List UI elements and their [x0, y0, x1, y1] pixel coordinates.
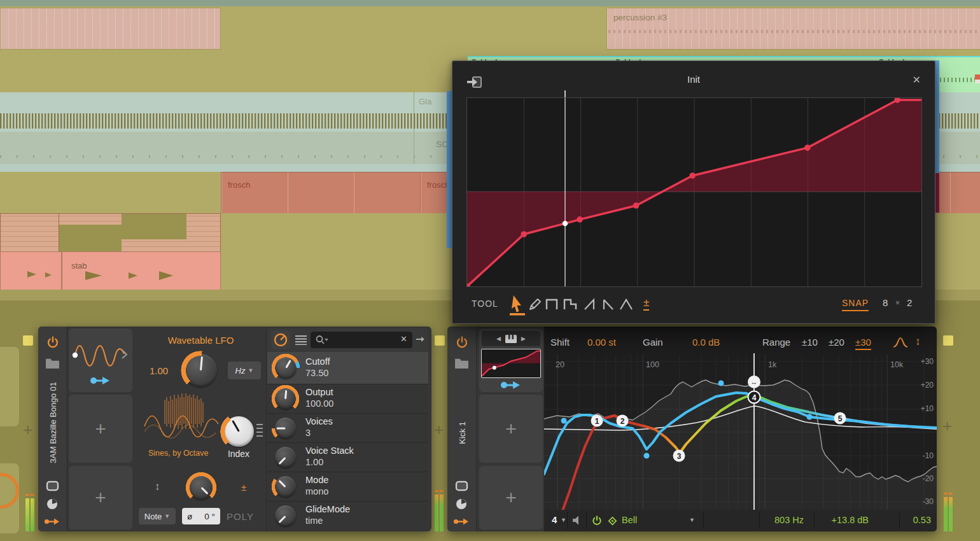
param-knob[interactable]	[275, 388, 296, 409]
band-gain[interactable]: +13.8 dB	[822, 515, 869, 525]
bell-curve-icon[interactable]	[893, 337, 908, 348]
device-title[interactable]: Wavetable LFO	[136, 335, 266, 346]
track-color-chip[interactable]	[943, 335, 953, 346]
param-value[interactable]: time	[305, 516, 323, 526]
curve-preview[interactable]	[481, 349, 541, 378]
add-in-slot[interactable]: +	[505, 418, 517, 440]
modulation-out-icon[interactable]	[44, 517, 60, 526]
shift-value[interactable]: 0.00 st	[587, 337, 616, 348]
wavetable-name[interactable]: Sines, by Octave	[148, 449, 209, 458]
param-knob[interactable]	[275, 447, 296, 468]
frosch-clip[interactable]: frosch	[221, 172, 421, 214]
snap-label[interactable]: SNAP	[842, 298, 869, 311]
band-handle-1[interactable]: 1	[591, 415, 603, 427]
clock-icon[interactable]	[46, 498, 58, 510]
poly-label[interactable]: POLY	[227, 511, 254, 522]
clock-icon[interactable]	[456, 498, 467, 510]
empty-device-slot[interactable]: +	[479, 466, 543, 530]
folder-icon[interactable]	[45, 357, 60, 369]
add-in-slot[interactable]: +	[95, 418, 106, 440]
band-handle-4-selected[interactable]: 4	[748, 391, 760, 404]
param-knob[interactable]	[275, 476, 296, 497]
snap-numerator[interactable]: 8	[883, 297, 888, 308]
pattern-clip[interactable]	[0, 213, 60, 253]
audio-clip[interactable]	[0, 8, 221, 50]
clear-search-icon[interactable]: ✕	[400, 334, 407, 344]
speaker-icon[interactable]	[572, 516, 582, 525]
range-option-10[interactable]: ±10	[802, 337, 818, 348]
range-option-30-selected[interactable]: ±30	[855, 337, 871, 350]
band-shape-icon[interactable]	[607, 516, 618, 526]
percussion-clip[interactable]: percussion #3	[606, 8, 980, 50]
add-device-button[interactable]: +	[23, 420, 32, 440]
band-power-icon[interactable]	[591, 515, 603, 526]
modulation-out-icon[interactable]	[453, 517, 470, 526]
layer-icon[interactable]	[46, 481, 59, 491]
rate-unit-selector[interactable]: Hz▼	[228, 362, 261, 379]
modulation-source-arrow-icon[interactable]	[90, 376, 111, 386]
updown-icon[interactable]: ↕	[155, 481, 160, 493]
stab-clip[interactable]: stab	[62, 251, 221, 291]
trigger-mode-selector[interactable]: Note▼	[139, 508, 176, 524]
param-value[interactable]: 73.50	[305, 368, 328, 378]
power-icon[interactable]	[46, 335, 60, 349]
param-row-cutoff[interactable]: Cutoff 73.50	[267, 352, 428, 384]
ramp-down-tool-icon[interactable]	[601, 298, 615, 311]
empty-device-slot[interactable]: +	[69, 466, 132, 530]
rate-value[interactable]: 1.00	[150, 365, 168, 376]
add-device-button[interactable]: +	[434, 420, 444, 440]
track-color-chip[interactable]	[23, 335, 33, 346]
curve-modulator-slot[interactable]: ◀ ▶	[479, 328, 543, 392]
band-handle-5[interactable]: 5	[834, 412, 846, 425]
note-clip[interactable]	[0, 251, 62, 291]
band-frequency[interactable]: 803 Hz	[766, 515, 804, 525]
index-knob[interactable]	[223, 416, 254, 447]
param-row-output[interactable]: Output 100.00	[267, 384, 428, 414]
snap-denominator[interactable]: 2	[907, 297, 912, 308]
phase-display[interactable]: ø 0 °	[182, 508, 220, 524]
power-icon[interactable]	[455, 335, 469, 349]
prev-icon[interactable]: ◀	[496, 335, 501, 342]
expand-arrow-icon[interactable]	[416, 336, 425, 342]
folder-icon[interactable]	[454, 357, 469, 369]
triangle-tool-icon[interactable]	[619, 298, 634, 311]
param-row-voice-stack[interactable]: Voice Stack 1.00	[267, 443, 428, 472]
param-knob[interactable]	[275, 357, 297, 379]
add-in-slot[interactable]: +	[95, 487, 106, 509]
modulation-source-arrow-icon[interactable]	[500, 380, 522, 390]
step-tool-icon[interactable]	[563, 298, 578, 311]
phase-knob[interactable]	[189, 475, 213, 500]
curve-editor[interactable]	[467, 98, 921, 286]
band-move-handle[interactable]: ↔	[748, 376, 760, 388]
param-value[interactable]: 100.00	[305, 398, 333, 409]
band-handle-3[interactable]: 3	[673, 450, 685, 462]
square-tool-icon[interactable]	[545, 298, 559, 311]
track-color-chip[interactable]	[435, 335, 445, 346]
layer-icon[interactable]	[455, 481, 468, 491]
device-knob-icon[interactable]	[271, 330, 290, 349]
chevron-down-icon[interactable]: ▼	[689, 517, 695, 523]
param-value[interactable]: 3	[305, 428, 311, 438]
param-knob[interactable]	[275, 418, 296, 439]
next-icon[interactable]: ▶	[521, 335, 526, 342]
band-type[interactable]: Bell	[622, 515, 637, 525]
list-view-icon[interactable]	[295, 335, 307, 345]
wavetable-graphic[interactable]	[143, 387, 223, 446]
ramp-up-tool-icon[interactable]	[584, 298, 598, 311]
band-number-selector[interactable]: 4	[552, 514, 557, 525]
param-row-voices[interactable]: Voices 3	[267, 414, 428, 443]
pattern-clip[interactable]	[59, 213, 221, 253]
param-knob[interactable]	[275, 505, 296, 526]
empty-device-slot[interactable]: +	[479, 395, 543, 463]
band-q[interactable]: 0.53	[900, 515, 931, 525]
search-input[interactable]: ✕	[311, 332, 412, 348]
rate-knob[interactable]	[184, 354, 217, 387]
add-device-button[interactable]: +	[942, 416, 952, 436]
gain-value[interactable]: 0.0 dB	[692, 337, 720, 348]
param-value[interactable]: mono	[305, 486, 328, 496]
add-in-slot[interactable]: +	[505, 487, 517, 509]
close-icon[interactable]: ✕	[913, 74, 921, 86]
param-value[interactable]: 1.00	[305, 457, 323, 467]
pencil-tool-icon[interactable]	[528, 297, 543, 312]
eq-graph[interactable]: ↔ 1 2 3 4 5	[544, 327, 937, 531]
